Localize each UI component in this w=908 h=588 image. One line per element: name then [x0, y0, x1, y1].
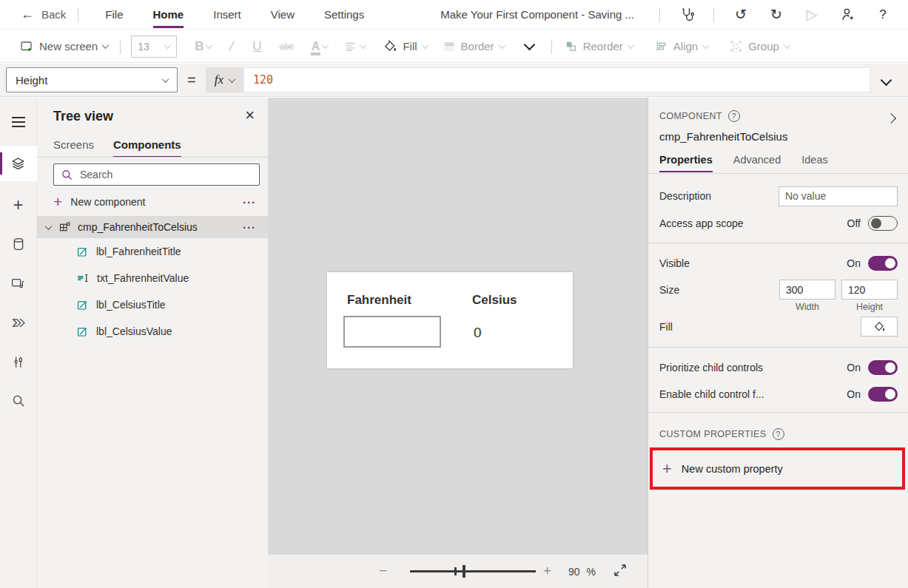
border-button[interactable]: Border [443, 40, 505, 53]
width-input[interactable] [779, 280, 835, 300]
new-screen-button[interactable]: New screen [19, 39, 108, 54]
italic-button[interactable]: / [229, 39, 233, 54]
help-button[interactable]: ? [874, 6, 892, 24]
tab-ideas[interactable]: Ideas [801, 154, 827, 172]
tree-list: cmp_FahrenheitToCelsius ··· lbl_Fahrenhe… [37, 216, 268, 345]
font-color-button[interactable]: A [312, 40, 329, 53]
more-options-icon[interactable]: ··· [243, 221, 256, 234]
tree-search-input[interactable] [80, 169, 252, 180]
zoom-slider-thumb[interactable] [463, 565, 465, 578]
undo-button[interactable]: ↺ [732, 6, 750, 24]
rail-tree-view-button[interactable] [0, 146, 37, 181]
tree-item-text-input[interactable]: txt_FahrenheitValue [37, 265, 268, 291]
left-icon-rail: + [0, 98, 37, 588]
search-icon [11, 393, 26, 408]
back-label: Back [41, 8, 66, 21]
chevron-expanded-icon[interactable] [45, 223, 53, 230]
tab-components[interactable]: Components [113, 138, 181, 158]
bold-button[interactable]: B [195, 39, 212, 54]
tab-advanced[interactable]: Advanced [733, 154, 781, 172]
rail-advanced-tools-button[interactable] [0, 346, 37, 377]
hamburger-menu-button[interactable] [0, 107, 37, 138]
new-custom-property-button[interactable]: + New custom property [653, 450, 902, 487]
formula-input[interactable] [243, 67, 870, 92]
strikethrough-button[interactable]: abc [280, 41, 294, 52]
fit-to-window-button[interactable] [613, 563, 628, 578]
fill-button[interactable]: Fill [383, 39, 427, 53]
close-icon[interactable]: × [245, 107, 255, 124]
align-button[interactable]: Align [654, 39, 708, 53]
menu-item-home[interactable]: Home [138, 0, 199, 30]
paint-bucket-icon [383, 39, 397, 53]
divider [551, 39, 552, 54]
help-icon[interactable]: ? [728, 110, 740, 122]
play-icon: ▷ [807, 7, 818, 21]
celsius-value-label[interactable]: 0 [474, 325, 482, 341]
toolbar-expand-chevron[interactable] [523, 39, 535, 51]
ribbon-toolbar: New screen 13 B / U abc A Fill [0, 30, 908, 63]
tree-item-component[interactable]: cmp_FahrenheitToCelsius ··· [37, 216, 268, 238]
chevron-down-icon [164, 41, 172, 49]
layers-icon [10, 156, 26, 172]
celsius-title-label[interactable]: Celsius [472, 293, 517, 308]
visible-toggle[interactable] [868, 256, 898, 271]
preview-play-button[interactable]: ▷ [803, 6, 821, 24]
menu-item-settings[interactable]: Settings [309, 0, 379, 30]
tab-properties[interactable]: Properties [659, 154, 713, 172]
enable-child-control-toggle[interactable] [868, 387, 898, 402]
share-button[interactable] [838, 6, 856, 24]
rail-data-button[interactable] [0, 229, 37, 260]
fahrenheit-title-label[interactable]: Fahrenheit [347, 293, 411, 308]
text-align-button[interactable] [344, 40, 366, 53]
group-button[interactable]: Group [729, 39, 790, 53]
app-checker-button[interactable] [678, 6, 696, 24]
rail-power-automate-button[interactable] [0, 307, 37, 338]
zoom-slider[interactable] [410, 570, 536, 572]
rail-search-button[interactable] [0, 385, 37, 416]
divider [37, 157, 268, 158]
menu-item-insert[interactable]: Insert [198, 0, 256, 30]
canvas-zoom-bar: − + 90 % [268, 554, 648, 588]
underline-button[interactable]: U [252, 39, 261, 54]
menu-item-view[interactable]: View [256, 0, 309, 30]
width-caption: Width [779, 302, 835, 312]
red-highlight-annotation: + New custom property [650, 447, 905, 490]
more-options-icon[interactable]: ··· [243, 196, 256, 209]
help-icon[interactable]: ? [773, 428, 784, 440]
back-button[interactable]: ← Back [21, 7, 66, 22]
prioritize-child-controls-toggle[interactable] [868, 360, 898, 375]
border-grid-icon [443, 40, 456, 53]
menu-item-file[interactable]: File [90, 0, 138, 30]
reorder-button[interactable]: Reorder [564, 39, 633, 53]
main-menu: File Home Insert View Settings [90, 0, 379, 30]
redo-button[interactable]: ↻ [767, 6, 785, 24]
component-canvas[interactable]: Fahrenheit Celsius 0 [327, 272, 573, 368]
rail-insert-button[interactable]: + [0, 189, 37, 220]
zoom-out-button[interactable]: − [379, 563, 387, 579]
search-icon [61, 169, 73, 181]
zoom-in-button[interactable]: + [543, 563, 551, 579]
new-component-button[interactable]: + New component ··· [53, 192, 256, 212]
label-icon [76, 246, 89, 258]
font-size-select[interactable]: 13 [131, 36, 177, 58]
tree-item-label[interactable]: lbl_CelsiusValue [37, 318, 268, 345]
height-input[interactable] [841, 280, 898, 300]
tab-screens[interactable]: Screens [53, 138, 94, 158]
rail-media-button[interactable] [0, 268, 37, 299]
formula-bar-expand-chevron[interactable] [881, 74, 892, 86]
divider [648, 347, 908, 348]
fx-selector[interactable]: fx [206, 67, 243, 92]
panel-collapse-button[interactable] [887, 112, 895, 124]
tree-item-label[interactable]: lbl_CelsiusTitle [37, 291, 268, 318]
selected-component-name: cmp_FahrenheitToCelsius [659, 130, 898, 143]
property-selector[interactable]: Height [6, 67, 178, 92]
tree-item-label[interactable]: lbl_FahrenheitTitle [37, 238, 268, 265]
property-row-size: Size [659, 280, 898, 300]
chevron-down-icon [229, 75, 236, 83]
description-input[interactable] [778, 186, 898, 206]
fahrenheit-value-input[interactable] [343, 316, 441, 348]
tree-search-box [53, 163, 260, 186]
paint-bucket-icon [873, 320, 886, 333]
access-app-scope-toggle[interactable] [868, 216, 898, 231]
fill-color-button[interactable] [861, 317, 898, 337]
